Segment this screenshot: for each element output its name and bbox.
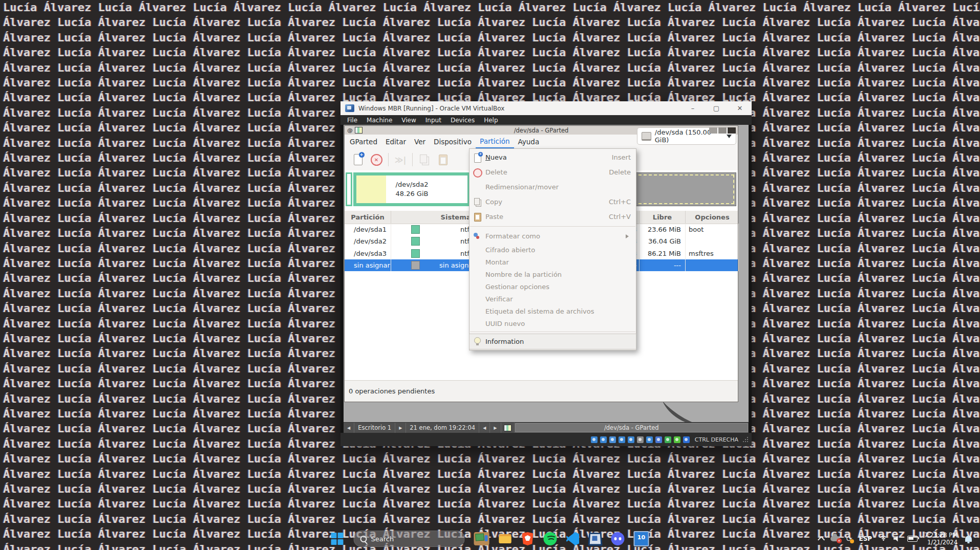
vbox-menu-file[interactable]: File <box>343 117 362 124</box>
desktop-app-icon[interactable] <box>474 532 489 545</box>
optical-disks-icon[interactable] <box>600 436 607 443</box>
column-header-opciones[interactable]: Opciones <box>686 211 739 224</box>
resize-move-button[interactable]: ≫| <box>391 151 410 168</box>
maximize-button[interactable]: ▢ <box>705 101 728 115</box>
cell-opciones: msftres <box>686 248 739 259</box>
menu-shortcut: Ctrl+C <box>609 198 631 206</box>
update-sync-icon[interactable]: ⟳ <box>846 535 853 542</box>
keyboard-language-label[interactable]: ESP <box>859 535 872 542</box>
menu-shortcut: Delete <box>609 168 631 176</box>
hard-disks-icon[interactable] <box>591 436 598 443</box>
recording-icon[interactable] <box>655 436 662 443</box>
menu-item-montar[interactable]: Montar <box>470 256 636 268</box>
display-icon[interactable] <box>646 436 653 443</box>
file-explorer-icon[interactable] <box>499 532 512 545</box>
filesystem-color-swatch <box>411 225 420 234</box>
redimensionar-mover-icon <box>473 183 483 192</box>
audio-icon[interactable] <box>609 436 616 443</box>
menu-item-uuid-nuevo[interactable]: UUID nuevo <box>470 317 636 329</box>
tray-clock[interactable]: 7:23:28 PM 1/21/2024 <box>924 532 957 546</box>
menu-item-copy[interactable]: CopyCtrl+C <box>470 194 636 209</box>
gparted-menu-editar[interactable]: Editar <box>381 135 410 149</box>
cell-partition-name: sin asignar <box>345 259 391 271</box>
delete-partition-button[interactable]: ✕ <box>367 151 386 168</box>
discord-icon[interactable] <box>611 532 625 545</box>
gparted-tray-icon[interactable] <box>501 423 515 433</box>
copy-icon <box>473 197 483 207</box>
copy-button[interactable] <box>415 151 434 168</box>
start-button[interactable] <box>331 532 345 545</box>
task-nav-prev[interactable]: ◀ <box>479 423 490 433</box>
usb-icon[interactable] <box>628 436 634 443</box>
menu-item-gestionar-opciones[interactable]: Gestionar opciones <box>470 280 636 293</box>
gparted-menu-dispositivo[interactable]: Dispositivo <box>430 135 476 149</box>
wallpaper-text-row: Álvarez Lucía Álvarez Lucía Álvarez Lucí… <box>0 45 980 60</box>
column-header-particion[interactable]: Partición <box>345 211 391 224</box>
windows10-vm-icon[interactable]: 10 <box>634 531 649 546</box>
vbox-menu-input[interactable]: Input <box>421 117 446 124</box>
gparted-task-button[interactable]: /dev/sda - GParted <box>515 423 749 432</box>
menu-item-verificar[interactable]: Verificar <box>470 293 636 305</box>
menu-item-redimensionar-mover[interactable]: Redimensionar/mover <box>470 180 636 194</box>
close-button[interactable]: ✕ <box>728 101 752 115</box>
mouse-capture-icon[interactable] <box>683 436 690 443</box>
new-partition-button[interactable] <box>349 151 367 168</box>
gparted-menu-partición[interactable]: Partición <box>476 135 514 149</box>
menu-item-etiqueta-del-sistema-de-archivos[interactable]: Etiqueta del sistema de archivos <box>470 305 636 317</box>
menu-item-delete[interactable]: DeleteDelete <box>470 165 636 180</box>
gparted-menu-gparted[interactable]: GParted <box>346 135 381 149</box>
brave-icon[interactable] <box>521 532 535 545</box>
task-nav-next[interactable]: ▶ <box>490 423 501 433</box>
virtualbox-icon[interactable] <box>588 533 602 545</box>
gparted-maximize-button[interactable] <box>718 127 727 134</box>
menu-item-cifrado-abierto[interactable]: Cifrado abierto <box>470 244 636 256</box>
search-input[interactable]: Search <box>354 531 465 547</box>
partition-box-label: /dev/sda2 48.26 GiB <box>356 175 467 203</box>
seamless-icon[interactable] <box>665 436 671 443</box>
volume-icon[interactable] <box>893 536 901 542</box>
menu-item-paste[interactable]: PasteCtrl+V <box>470 209 636 224</box>
gparted-menu-ver[interactable]: Ver <box>410 135 430 149</box>
tray-time: 7:23:28 PM <box>924 532 957 539</box>
menu-item-nombre-de-la-partici-n[interactable]: Nombre de la partición <box>470 268 636 280</box>
vbox-menu-help[interactable]: Help <box>479 117 502 124</box>
filesystem-color-swatch <box>411 249 420 258</box>
column-header-libre[interactable]: Libre <box>640 211 686 224</box>
menu-item-formatear-como[interactable]: Formatear como <box>470 229 636 244</box>
network-icon[interactable] <box>619 436 625 443</box>
gparted-menu-ayuda[interactable]: Ayuda <box>514 135 544 149</box>
tray-date: 1/21/2024 <box>924 539 957 546</box>
paste-button[interactable] <box>434 151 452 168</box>
desktop-pager-label[interactable]: Escritorio 1 <box>354 423 395 433</box>
spotify-icon[interactable] <box>544 532 557 545</box>
notifications-bell-icon[interactable] <box>965 536 972 542</box>
cell-opciones <box>686 235 739 247</box>
desktop-pager-prev[interactable]: ◀ <box>344 423 354 433</box>
battery-icon[interactable] <box>907 536 918 542</box>
vbox-menu-devices[interactable]: Devices <box>446 117 479 124</box>
menu-item-nueva[interactable]: NuevaInsert <box>470 150 636 165</box>
toolbar-separator <box>412 153 413 166</box>
cell-partition-name: /dev/sda2 <box>345 235 391 247</box>
menu-separator <box>470 332 635 332</box>
partition-box-sda1[interactable] <box>346 172 352 206</box>
tray-chevron-up-icon[interactable] <box>818 536 825 543</box>
information-icon <box>473 337 483 346</box>
desktop-pager-next[interactable]: ▶ <box>395 423 406 433</box>
cell-libre: 36.04 GiB <box>640 235 686 247</box>
onedrive-error-icon[interactable] <box>830 536 840 541</box>
menu-item-information[interactable]: Information <box>470 334 636 349</box>
vbox-menu-view[interactable]: View <box>397 117 420 124</box>
gparted-close-button[interactable] <box>728 127 736 134</box>
partition-box-sda2[interactable]: /dev/sda2 48.26 GiB <box>353 172 471 206</box>
windows-taskbar: Search 10 ⟳ ESP 7:23:28 PM 1/21/2024 <box>0 527 980 550</box>
shared-folders-icon[interactable] <box>637 436 644 443</box>
auto-resize-icon[interactable] <box>674 436 680 443</box>
minimize-button[interactable]: – <box>681 101 705 115</box>
gparted-minimize-button[interactable] <box>709 127 717 134</box>
resize-grip[interactable] <box>742 436 749 443</box>
vbox-menu-machine[interactable]: Machine <box>362 117 397 124</box>
wifi-icon[interactable] <box>879 536 887 542</box>
vscode-icon[interactable] <box>566 532 580 545</box>
virtualbox-titlebar[interactable]: Windows MBR [Running] - Oracle VM Virtua… <box>340 101 752 115</box>
